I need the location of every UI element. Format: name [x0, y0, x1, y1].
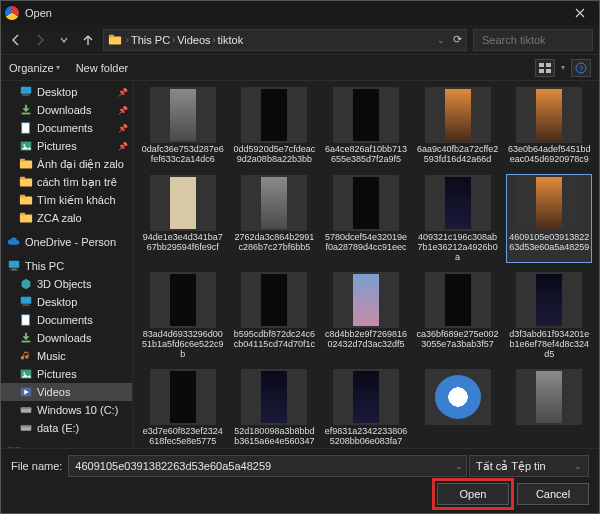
file-thumbnail [425, 87, 491, 143]
tree-item[interactable]: Ảnh đại diện zalo [1, 155, 132, 173]
chevron-down-icon[interactable]: ▾ [561, 63, 565, 72]
tree-item[interactable]: Documents📌 [1, 119, 132, 137]
svg-rect-20 [20, 197, 32, 205]
tree-item-onedrive[interactable]: OneDrive - Person [1, 233, 132, 251]
refresh-button[interactable]: ⟳ [453, 33, 462, 46]
file-name: 5780dcef54e32019ef0a28789d4cc91eec [324, 233, 408, 253]
file-item[interactable]: 0dd5920d5e7cfdeac9d2a08b8a22b3bb [233, 87, 317, 165]
file-item[interactable]: 94de1e3e4d341ba767bb29594f6fe9cf [141, 175, 225, 262]
tree-item[interactable]: Pictures [1, 365, 132, 383]
breadcrumb-segment[interactable]: This PC [131, 34, 170, 46]
filename-input[interactable] [68, 455, 467, 477]
tree-item[interactable]: data (E:) [1, 419, 132, 437]
chevron-down-icon[interactable]: ⌄ [455, 461, 463, 471]
tree-item-thispc[interactable]: This PC [1, 257, 132, 275]
downloads-icon [19, 103, 33, 117]
file-item[interactable]: 0dafc36e753d287e6fef633c2a14dc6 [141, 87, 225, 165]
svg-rect-26 [11, 270, 18, 271]
file-item[interactable]: 2762da3c864b2991c286b7c27bf6bb5 [233, 175, 317, 262]
file-item[interactable]: 5780dcef54e32019ef0a28789d4cc91eec [324, 175, 408, 262]
svg-rect-10 [23, 95, 30, 96]
music-icon [19, 349, 33, 363]
file-item[interactable]: 409321c196c308ab7b1e36212a4926b0a [416, 175, 500, 262]
search-input[interactable] [482, 34, 600, 46]
file-thumbnail [516, 369, 582, 425]
svg-text:?: ? [579, 64, 584, 73]
file-item[interactable]: d3f3abd61f934201eb1e6ef78ef4d8c324d5 [507, 272, 591, 359]
tree-item[interactable]: Desktop📌 [1, 83, 132, 101]
svg-rect-0 [109, 36, 121, 44]
file-name: 0dd5920d5e7cfdeac9d2a08b8a22b3bb [233, 145, 317, 165]
tree-item[interactable]: Videos [1, 383, 132, 401]
up-button[interactable] [79, 31, 97, 49]
open-dialog: Open › This PC › Videos › tiktok ⌄ ⟳ [0, 0, 600, 514]
tree-item[interactable]: ZCA zalo [1, 209, 132, 227]
file-item[interactable]: 4609105e0391382263d53e60a5a48259 [507, 175, 591, 262]
file-item[interactable]: 52d180098a3b8bbdb3615a6e4e5603477 [233, 369, 317, 448]
svg-rect-27 [21, 297, 32, 304]
tree-item[interactable]: Music [1, 347, 132, 365]
tree-item[interactable]: Pictures📌 [1, 137, 132, 155]
breadcrumb-segment[interactable]: tiktok [218, 34, 244, 46]
drive-icon [19, 421, 33, 435]
breadcrumb-segment[interactable]: Videos [177, 34, 210, 46]
close-button[interactable] [565, 1, 595, 25]
tree-item[interactable]: cách tìm bạn trê [1, 173, 132, 191]
tree-item[interactable]: 3D Objects [1, 275, 132, 293]
dialog-footer: File name: ⌄ Tất cả Tệp tin ⌄ Open Cance… [1, 448, 599, 513]
svg-rect-12 [22, 123, 30, 134]
tree-item[interactable]: Windows 10 (C:) [1, 401, 132, 419]
svg-rect-21 [20, 195, 25, 198]
file-name: ef9831a23422338065208bb06e083fa7 [324, 427, 408, 447]
chevron-down-icon: ⌄ [574, 461, 582, 471]
svg-rect-28 [23, 305, 30, 306]
help-button[interactable]: ? [571, 59, 591, 77]
tree-item[interactable]: Tìm kiếm khách [1, 191, 132, 209]
file-item[interactable]: 83ad4d6933296d0051b1a5fd6c6e522c9b [141, 272, 225, 359]
tree-item[interactable]: Documents [1, 311, 132, 329]
svg-rect-4 [546, 63, 551, 67]
folder-icon [19, 157, 33, 171]
file-item[interactable]: 6aa9c40fb2a72cffe2593fd16d42a66d [416, 87, 500, 165]
file-item[interactable] [416, 369, 500, 448]
file-item[interactable]: 6a4ce826af10bb713655e385d7f2a9f5 [324, 87, 408, 165]
file-name: 4609105e0391382263d53e60a5a48259 [507, 233, 591, 253]
file-name: 0dafc36e753d287e6fef633c2a14dc6 [141, 145, 225, 165]
file-name: 63e0b64adef5451bdeac045d6920978c9 [507, 145, 591, 165]
tree-item[interactable]: Downloads [1, 329, 132, 347]
chrome-icon [5, 6, 19, 20]
organize-button[interactable]: Organize ▾ [9, 62, 60, 74]
tree-item[interactable]: Downloads📌 [1, 101, 132, 119]
breadcrumb[interactable]: › This PC › Videos › tiktok ⌄ ⟳ [103, 29, 467, 51]
file-item[interactable] [507, 369, 591, 448]
desktop-icon [19, 295, 33, 309]
search-box[interactable] [473, 29, 593, 51]
file-thumbnail [333, 175, 399, 231]
open-button[interactable]: Open [437, 483, 509, 505]
file-name: 6aa9c40fb2a72cffe2593fd16d42a66d [416, 145, 500, 165]
file-name: 409321c196c308ab7b1e36212a4926b0a [416, 233, 500, 262]
file-item[interactable]: e3d7e60f823ef2324618fec5e8e5775 [141, 369, 225, 448]
recent-locations-button[interactable] [55, 31, 73, 49]
file-item[interactable]: b595cdbf872dc24c6cb04115cd74d70f1c [233, 272, 317, 359]
forward-button[interactable] [31, 31, 49, 49]
chevron-down-icon: ▾ [56, 63, 60, 72]
filename-label: File name: [11, 460, 62, 472]
file-item[interactable]: ef9831a23422338065208bb06e083fa7 [324, 369, 408, 448]
pictures-icon [19, 139, 33, 153]
file-name: e3d7e60f823ef2324618fec5e8e5775 [141, 427, 225, 447]
file-item[interactable]: c8d4bb2e9f726981602432d7d3ac32df5 [324, 272, 408, 359]
view-layout-button[interactable] [535, 59, 555, 77]
file-item[interactable]: 63e0b64adef5451bdeac045d6920978c9 [507, 87, 591, 165]
new-folder-button[interactable]: New folder [76, 62, 129, 74]
back-button[interactable] [7, 31, 25, 49]
file-name: b595cdbf872dc24c6cb04115cd74d70f1c [233, 330, 317, 350]
tree-item[interactable]: Desktop [1, 293, 132, 311]
svg-rect-11 [22, 113, 31, 115]
filetype-select[interactable]: Tất cả Tệp tin ⌄ [469, 455, 589, 477]
downloads-icon [19, 331, 33, 345]
file-item[interactable]: ca36bf689e275e0023055e7a3bab3f57 [416, 272, 500, 359]
cancel-button[interactable]: Cancel [517, 483, 589, 505]
svg-rect-3 [539, 63, 544, 67]
chevron-down-icon[interactable]: ⌄ [437, 35, 445, 45]
